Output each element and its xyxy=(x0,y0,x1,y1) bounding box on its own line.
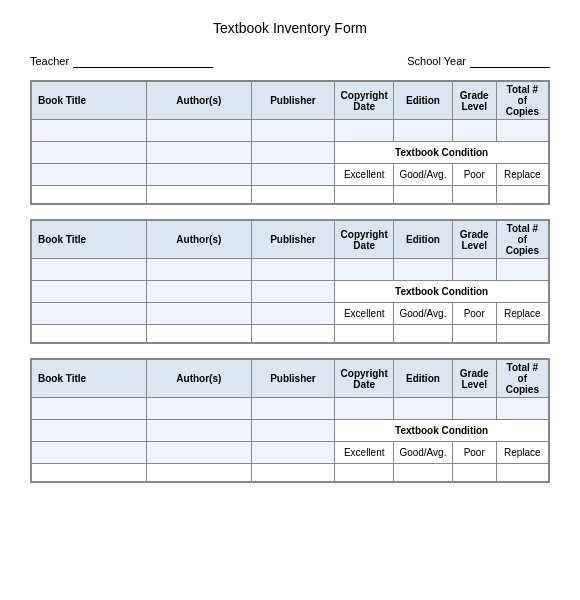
condition-good-3: Good/Avg. xyxy=(394,442,453,464)
col-header-edition-2: Edition xyxy=(394,221,453,259)
school-year-underline xyxy=(470,54,550,68)
cell-book-title[interactable] xyxy=(32,120,147,142)
condition-labels-row-3: Excellent Good/Avg. Poor Replace xyxy=(32,442,549,464)
col-header-grade-2: Grade Level xyxy=(452,221,496,259)
teacher-underline xyxy=(73,54,213,68)
data-row-5 xyxy=(32,398,549,420)
condition-header-1: Textbook Condition xyxy=(335,142,549,164)
col-header-grade: Grade Level xyxy=(452,82,496,120)
condition-excellent-2: Excellent xyxy=(335,303,394,325)
cell-publisher[interactable] xyxy=(251,120,335,142)
col-header-book-title-3: Book Title xyxy=(32,360,147,398)
col-header-copyright-3: Copyright Date xyxy=(335,360,394,398)
data-row-6: Textbook Condition xyxy=(32,420,549,442)
school-year-label: School Year xyxy=(407,55,466,67)
condition-header-2: Textbook Condition xyxy=(335,281,549,303)
school-year-field: School Year xyxy=(407,54,550,68)
teacher-label: Teacher xyxy=(30,55,69,67)
col-header-total-3: Total # of Copies xyxy=(496,360,548,398)
condition-replace-3: Replace xyxy=(496,442,548,464)
cell-authors[interactable] xyxy=(147,120,252,142)
condition-labels-row-2: Excellent Good/Avg. Poor Replace xyxy=(32,303,549,325)
cell-edition[interactable] xyxy=(394,120,453,142)
col-header-authors-2: Author(s) xyxy=(147,221,252,259)
data-row-4: Textbook Condition xyxy=(32,281,549,303)
column-header-row: Book Title Author(s) Publisher Copyright… xyxy=(32,82,549,120)
section-2: Book Title Author(s) Publisher Copyright… xyxy=(30,219,550,344)
column-header-row-3: Book Title Author(s) Publisher Copyright… xyxy=(32,360,549,398)
col-header-authors: Author(s) xyxy=(147,82,252,120)
condition-replace-1: Replace xyxy=(496,164,548,186)
condition-good-2: Good/Avg. xyxy=(394,303,453,325)
condition-poor-1: Poor xyxy=(452,164,496,186)
col-header-copyright-2: Copyright Date xyxy=(335,221,394,259)
condition-poor-2: Poor xyxy=(452,303,496,325)
col-header-total-2: Total # of Copies xyxy=(496,221,548,259)
col-header-edition-3: Edition xyxy=(394,360,453,398)
col-header-copyright: Copyright Date xyxy=(335,82,394,120)
section-3: Book Title Author(s) Publisher Copyright… xyxy=(30,358,550,483)
col-header-publisher-2: Publisher xyxy=(251,221,335,259)
condition-poor-3: Poor xyxy=(452,442,496,464)
condition-data-row-1 xyxy=(32,186,549,204)
teacher-field: Teacher xyxy=(30,54,213,68)
col-header-total: Total # of Copies xyxy=(496,82,548,120)
page-title: Textbook Inventory Form xyxy=(30,20,550,36)
cell-total[interactable] xyxy=(496,120,548,142)
col-header-book-title-2: Book Title xyxy=(32,221,147,259)
section-3-table: Book Title Author(s) Publisher Copyright… xyxy=(31,359,549,482)
condition-excellent-3: Excellent xyxy=(335,442,394,464)
condition-header-3: Textbook Condition xyxy=(335,420,549,442)
condition-data-row-2 xyxy=(32,325,549,343)
section-1: Book Title Author(s) Publisher Copyright… xyxy=(30,80,550,205)
cell-copyright[interactable] xyxy=(335,120,394,142)
col-header-publisher: Publisher xyxy=(251,82,335,120)
column-header-row-2: Book Title Author(s) Publisher Copyright… xyxy=(32,221,549,259)
condition-data-row-3 xyxy=(32,464,549,482)
data-row-2: Textbook Condition xyxy=(32,142,549,164)
condition-excellent-1: Excellent xyxy=(335,164,394,186)
condition-labels-row-1: Excellent Good/Avg. Poor Replace xyxy=(32,164,549,186)
cell-grade[interactable] xyxy=(452,120,496,142)
condition-good-1: Good/Avg. xyxy=(394,164,453,186)
section-1-table: Book Title Author(s) Publisher Copyright… xyxy=(31,81,549,204)
col-header-grade-3: Grade Level xyxy=(452,360,496,398)
header-fields: Teacher School Year xyxy=(30,54,550,68)
condition-replace-2: Replace xyxy=(496,303,548,325)
col-header-edition: Edition xyxy=(394,82,453,120)
col-header-authors-3: Author(s) xyxy=(147,360,252,398)
col-header-publisher-3: Publisher xyxy=(251,360,335,398)
section-2-table: Book Title Author(s) Publisher Copyright… xyxy=(31,220,549,343)
col-header-book-title: Book Title xyxy=(32,82,147,120)
data-row-3 xyxy=(32,259,549,281)
data-row-1 xyxy=(32,120,549,142)
